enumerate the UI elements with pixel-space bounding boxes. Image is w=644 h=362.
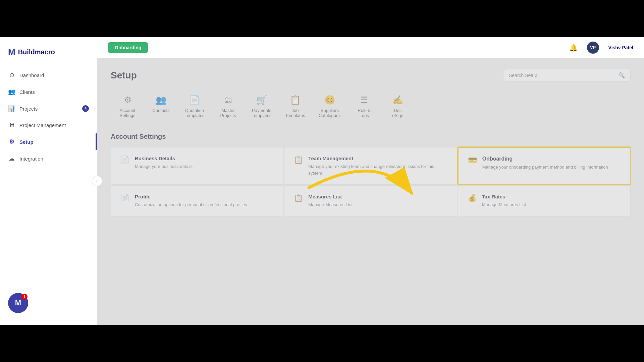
logo-icon: M	[8, 47, 15, 57]
sidebar-item-dashboard[interactable]: ⊙ Dashboard	[0, 67, 97, 83]
setup-nav-icon-account-settings: ⚙	[124, 95, 131, 105]
card-desc-team-management: Manage your existing team and change rol…	[308, 163, 447, 176]
setup-nav-icon-role-logs: ☰	[360, 95, 368, 105]
sidebar-item-clients[interactable]: 👥 Clients	[0, 83, 97, 100]
setup-nav-item-role-logs[interactable]: ☰ Role &Logs	[347, 91, 381, 122]
nav-label-integration: Integration	[19, 156, 43, 162]
search-input[interactable]	[509, 73, 615, 78]
header: Onboarding 🔔 VP Vishv Patel	[97, 37, 644, 58]
notif-count: 1	[21, 294, 28, 300]
section-title: Account Settings	[111, 133, 631, 140]
page-content: Setup 🔍 ⚙ AccountSettings 👥 Contacts 📄 Q…	[97, 58, 644, 325]
card-row: 📄 Business Details Manage your business …	[120, 156, 274, 170]
user-avatar: VP	[587, 42, 599, 54]
setup-nav-item-quotation-templates[interactable]: 📄 QuotationTemplates	[178, 91, 211, 122]
card-title-business-details: Business Details	[135, 156, 193, 161]
notification-icon[interactable]: 🔔	[569, 44, 578, 52]
main-content: Onboarding 🔔 VP Vishv Patel Setup 🔍 ⚙ Ac…	[97, 37, 644, 325]
search-setup[interactable]: 🔍	[503, 69, 631, 81]
card-row: 💳 Onboarding Manage your onboarding paym…	[468, 156, 621, 171]
setup-nav-icon-payments-templates: 🛒	[256, 95, 267, 105]
card-row: 💰 Tax Rates Manage Measures List	[468, 194, 621, 208]
card-desc-business-details: Manage your business details	[135, 163, 193, 170]
nav-label-dashboard: Dashboard	[19, 72, 44, 78]
nav-badge-projects: 6	[82, 105, 89, 112]
notif-bubble-icon: M	[15, 299, 21, 307]
notif-bubble[interactable]: M 1	[8, 293, 28, 313]
card-title-onboarding: Onboarding	[482, 156, 608, 162]
card-icon-business-details: 📄	[120, 156, 129, 164]
setup-nav-item-job-templates[interactable]: 📋 JobTemplates	[278, 91, 312, 122]
setup-nav: ⚙ AccountSettings 👥 Contacts 📄 Quotation…	[111, 91, 631, 122]
setup-nav-item-suppliers-catalogues[interactable]: 😊 SuppliersCatalogues	[312, 91, 347, 122]
card-row: 📄 Profile Customization options for pers…	[120, 194, 274, 208]
setup-nav-label-master-projects: MasterProjects	[220, 108, 236, 118]
cards-grid: 📄 Business Details Manage your business …	[111, 147, 631, 217]
setup-nav-label-account-settings: AccountSettings	[120, 108, 136, 118]
card-title-measures-list: Measures List	[308, 194, 353, 199]
nav-icon-dashboard: ⊙	[8, 71, 15, 79]
setup-nav-label-role-logs: Role &Logs	[358, 108, 371, 118]
card-icon-profile: 📄	[120, 194, 129, 202]
sidebar-item-integration[interactable]: ☁ Integration	[0, 150, 97, 167]
card-title-profile: Profile	[135, 194, 248, 199]
sidebar-item-project-management[interactable]: 🖥 Project Management	[0, 117, 97, 133]
card-row: 📋 Team Management Manage your existing t…	[294, 156, 447, 176]
nav-label-project-management: Project Management	[19, 122, 66, 128]
search-icon[interactable]: 🔍	[618, 72, 625, 78]
setup-nav-icon-job-templates: 📋	[290, 95, 301, 105]
setup-nav-icon-master-projects: 🗂	[224, 95, 232, 105]
card-onboarding[interactable]: 💳 Onboarding Manage your onboarding paym…	[458, 147, 631, 185]
card-title-tax-rates: Tax Rates	[482, 194, 526, 199]
nav-icon-setup: ⚙	[8, 138, 15, 145]
onboarding-button[interactable]: Onboarding	[108, 42, 148, 53]
setup-nav-label-suppliers-catalogues: SuppliersCatalogues	[319, 108, 341, 118]
sidebar-collapse-button[interactable]: ‹	[92, 176, 102, 186]
page-header: Setup 🔍	[111, 69, 631, 81]
card-team-management[interactable]: 📋 Team Management Manage your existing t…	[284, 147, 457, 185]
card-business-details[interactable]: 📄 Business Details Manage your business …	[111, 147, 283, 185]
sidebar-item-setup[interactable]: ⚙ Setup	[0, 133, 97, 150]
card-measures-list[interactable]: 📋 Measures List Manage Measures List	[284, 185, 457, 217]
sidebar: M Buildmacro ⊙ Dashboard 👥 Clients 📊 Pro…	[0, 37, 97, 325]
setup-nav-item-payments-templates[interactable]: 🛒 PaymentsTemplates	[245, 91, 278, 122]
card-icon-onboarding: 💳	[468, 156, 477, 165]
setup-nav-item-account-settings[interactable]: ⚙ AccountSettings	[111, 91, 144, 122]
setup-nav-icon-suppliers-catalogues: 😊	[324, 95, 335, 105]
page-title: Setup	[111, 70, 137, 81]
setup-nav-label-payments-templates: PaymentsTemplates	[252, 108, 271, 118]
nav-icon-project-management: 🖥	[8, 122, 15, 129]
card-title-team-management: Team Management	[308, 156, 447, 161]
setup-nav-icon-doc-esign: ✍	[392, 95, 403, 105]
nav-icon-projects: 📊	[8, 105, 15, 112]
setup-nav-label-quotation-templates: QuotationTemplates	[184, 108, 204, 118]
card-desc-onboarding: Manage your onboarding payment method an…	[482, 164, 608, 171]
setup-nav-item-contacts[interactable]: 👥 Contacts	[144, 91, 178, 122]
card-row: 📋 Measures List Manage Measures List	[294, 194, 447, 208]
nav-label-clients: Clients	[19, 89, 35, 95]
card-icon-tax-rates: 💰	[468, 194, 477, 202]
card-desc-tax-rates: Manage Measures List	[482, 201, 526, 208]
sidebar-item-projects[interactable]: 📊 Projects 6	[0, 100, 97, 117]
nav-label-setup: Setup	[19, 139, 34, 145]
logo-text: Buildmacro	[18, 48, 55, 56]
logo: M Buildmacro	[0, 44, 97, 67]
setup-nav-label-contacts: Contacts	[152, 108, 169, 113]
card-desc-profile: Customization options for personal or pr…	[135, 201, 248, 208]
setup-nav-label-job-templates: JobTemplates	[285, 108, 305, 118]
card-profile[interactable]: 📄 Profile Customization options for pers…	[111, 185, 283, 217]
nav-icon-clients: 👥	[8, 88, 15, 96]
user-name: Vishv Patel	[608, 45, 633, 50]
sidebar-bottom: M 1	[0, 288, 97, 318]
nav-icon-integration: ☁	[8, 155, 15, 162]
setup-nav-item-master-projects[interactable]: 🗂 MasterProjects	[211, 91, 245, 122]
setup-nav-icon-contacts: 👥	[156, 95, 166, 105]
card-desc-measures-list: Manage Measures List	[308, 201, 353, 208]
card-icon-team-management: 📋	[294, 156, 303, 164]
nav-label-projects: Projects	[19, 106, 38, 112]
setup-nav-item-doc-esign[interactable]: ✍ DoceSign	[381, 91, 415, 122]
card-tax-rates[interactable]: 💰 Tax Rates Manage Measures List	[458, 185, 631, 217]
setup-nav-icon-quotation-templates: 📄	[189, 95, 200, 105]
setup-nav-label-doc-esign: DoceSign	[392, 108, 403, 118]
card-icon-measures-list: 📋	[294, 194, 303, 202]
